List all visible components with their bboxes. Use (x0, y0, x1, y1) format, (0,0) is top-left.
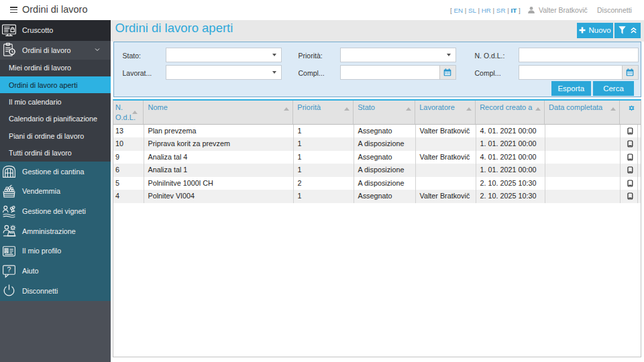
svg-text:?: ? (7, 266, 11, 274)
